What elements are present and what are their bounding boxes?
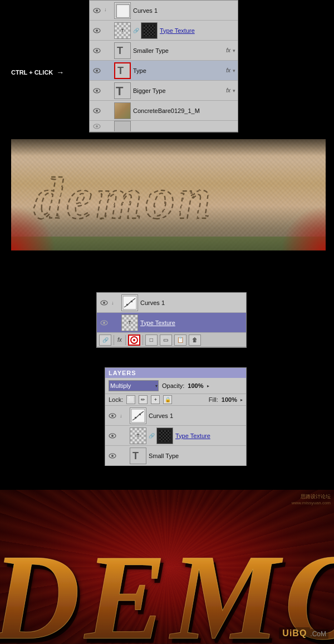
fill-arrow[interactable]: ▸ <box>240 397 243 402</box>
full-layer-row-type-texture[interactable]: T 🔗 Type Texture <box>105 426 246 446</box>
layer-row-curves1[interactable]: ↓ Curves 1 <box>90 1 238 21</box>
layer-row-sm-curves1[interactable]: ↓ Curves 1 <box>97 293 246 313</box>
lock-position-btn[interactable]: + <box>151 395 160 404</box>
demon-result-image: DEMON DEMON DEMON 思路设计论坛 www.missyuan.co… <box>0 490 334 644</box>
full-visibility-2[interactable] <box>107 451 117 461</box>
fx-badge-4: fx <box>226 87 230 94</box>
layers-panel-small: ↓ Curves 1 T <box>96 292 247 348</box>
sm-thumb-curves1 <box>121 294 138 311</box>
ctrl-click-text: CTRL + CLICK <box>11 69 53 76</box>
layer-row-bigger-type[interactable]: T Bigger Type fx ▾ <box>90 81 238 101</box>
visibility-toggle-2[interactable] <box>92 46 102 56</box>
square-btn[interactable]: □ <box>145 335 158 346</box>
svg-point-12 <box>96 70 98 72</box>
full-arrow-0: ↓ <box>120 413 127 419</box>
svg-point-29 <box>103 322 105 324</box>
svg-point-39 <box>111 435 114 437</box>
layer-row-type-texture[interactable]: T 🔗 Type Texture <box>90 21 238 41</box>
lock-transparent-btn[interactable]: ⬜ <box>126 395 135 404</box>
layer-row-smaller-type[interactable]: T Smaller Type fx ▾ <box>90 41 238 61</box>
svg-rect-2 <box>115 3 130 18</box>
fx-badge-2: fx <box>226 47 230 53</box>
add-layer-btn[interactable]: 📋 <box>174 335 186 346</box>
svg-rect-5 <box>124 8 125 10</box>
sm-visibility-1[interactable] <box>99 318 109 328</box>
svg-point-41 <box>111 455 114 457</box>
lock-row: Lock: ⬜ ✏ + 🔒 Fill: 100% ▸ <box>105 394 246 406</box>
svg-rect-36 <box>135 417 136 419</box>
layers-controls-row: Multiply Normal Screen Overlay ▾ Opacity… <box>105 378 246 394</box>
ctrl-click-arrow: → <box>56 68 64 77</box>
svg-point-31 <box>133 339 135 341</box>
layer-name-curves1: Curves 1 <box>133 7 235 14</box>
opacity-arrow[interactable]: ▸ <box>207 384 209 389</box>
layer-thumb-type: T <box>114 62 131 79</box>
concrete-background: demon <box>11 139 326 250</box>
red-glow-right <box>281 206 326 250</box>
blend-mode-select[interactable]: Multiply Normal Screen Overlay <box>109 380 159 391</box>
visibility-toggle-4[interactable] <box>92 86 102 96</box>
watermark-top: 思路设计论坛 www.missyuan.com <box>292 493 331 505</box>
full-layer-name-curves1: Curves 1 <box>149 412 244 419</box>
svg-point-7 <box>96 30 98 32</box>
visibility-toggle-5[interactable] <box>92 106 102 116</box>
layers-panel-top: ↓ Curves 1 T <box>89 0 238 132</box>
sm-visibility-0[interactable] <box>99 298 109 308</box>
visibility-toggle-6[interactable] <box>92 121 102 131</box>
sm-arrow-0: ↓ <box>111 300 119 306</box>
demon-background: DEMON DEMON DEMON 思路设计论坛 www.missyuan.co… <box>0 490 334 644</box>
lock-pixels-btn[interactable]: ✏ <box>139 395 148 404</box>
fx-arrow-3: ▾ <box>233 68 235 73</box>
layers-toolbar: 🔗 fx □ ▭ 📋 🗑 <box>97 333 246 347</box>
layer-arrow-0: ↓ <box>104 7 112 14</box>
full-thumb-type-texture: T <box>130 427 146 444</box>
rect-btn[interactable]: ▭ <box>160 335 172 346</box>
blend-mode-wrapper[interactable]: Multiply Normal Screen Overlay ▾ <box>109 380 159 391</box>
layer-row-type[interactable]: T Type fx ▾ <box>90 61 238 81</box>
visibility-toggle-0[interactable] <box>92 6 102 16</box>
link-btn[interactable]: 🔗 <box>99 335 111 346</box>
layers-title-bar: LAYERS <box>105 368 246 378</box>
layer-thumb-smaller-type: T <box>114 42 131 59</box>
svg-point-18 <box>96 110 98 112</box>
full-visibility-1[interactable] <box>107 431 117 441</box>
trash-btn[interactable]: 🗑 <box>189 335 201 346</box>
full-layer-name-small-type: Small Type <box>149 453 244 459</box>
circle-target-btn[interactable] <box>128 335 140 346</box>
full-layer-name-type-texture: Type Texture <box>175 432 244 439</box>
svg-text:T: T <box>116 84 124 98</box>
svg-point-1 <box>96 9 98 12</box>
visibility-toggle-3[interactable] <box>92 66 102 76</box>
fx-arrow-2: ▾ <box>233 48 235 53</box>
visibility-toggle-1[interactable] <box>92 26 102 36</box>
sep-1 <box>114 335 114 345</box>
sm-layer-name-type-texture: Type Texture <box>140 319 244 326</box>
layer-row-concrete[interactable]: ConcreteBare0129_1_M <box>90 101 238 121</box>
layer-row-partial[interactable] <box>90 121 238 132</box>
watermark-site1: 思路设计论坛 <box>292 493 331 500</box>
layer-name-type-texture: Type Texture <box>160 27 235 34</box>
full-layer-row-small-type[interactable]: T Small Type <box>105 446 246 466</box>
uibq-watermark: UiBQ.CoM <box>279 628 328 638</box>
layers-title: LAYERS <box>109 370 136 376</box>
svg-rect-37 <box>139 414 141 415</box>
full-visibility-0[interactable] <box>107 411 117 421</box>
layers-panel-container: ↓ Curves 1 T <box>89 0 238 132</box>
ctrl-click-label: CTRL + CLICK → <box>11 68 64 77</box>
lock-all-btn[interactable]: 🔒 <box>163 395 172 404</box>
layers-panel-sm-container: ↓ Curves 1 T <box>96 292 247 348</box>
layer-row-sm-type-texture[interactable]: T Type Texture <box>97 313 246 333</box>
svg-point-15 <box>96 90 98 92</box>
opacity-label: Opacity: <box>162 382 184 389</box>
red-glow-left <box>11 206 56 250</box>
chain-icon-1: 🔗 <box>133 28 139 33</box>
dashed-letters-overlay: demon <box>28 155 309 238</box>
full-layer-row-curves1[interactable]: ↓ Curves 1 <box>105 406 246 426</box>
svg-rect-3 <box>116 4 129 17</box>
moss-strip <box>11 237 326 250</box>
fx-label-btn[interactable]: fx <box>116 337 123 343</box>
fill-label: Fill: <box>209 396 218 403</box>
full-thumb-curves1 <box>130 407 146 424</box>
uibq-com-text: .CoM <box>310 629 328 639</box>
layer-name-bigger-type: Bigger Type <box>133 87 224 94</box>
